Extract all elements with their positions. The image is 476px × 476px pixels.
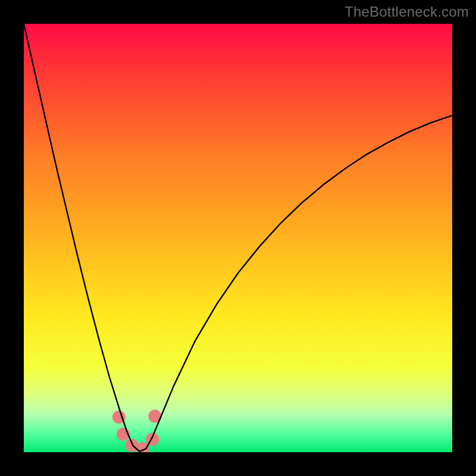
chart-frame: TheBottleneck.com [0,0,476,476]
bottleneck-curve [24,24,452,452]
plot-area [24,24,452,452]
marker-group [112,410,161,452]
watermark-text: TheBottleneck.com [345,4,469,20]
curve-marker [146,433,159,446]
curve-layer [24,24,452,452]
